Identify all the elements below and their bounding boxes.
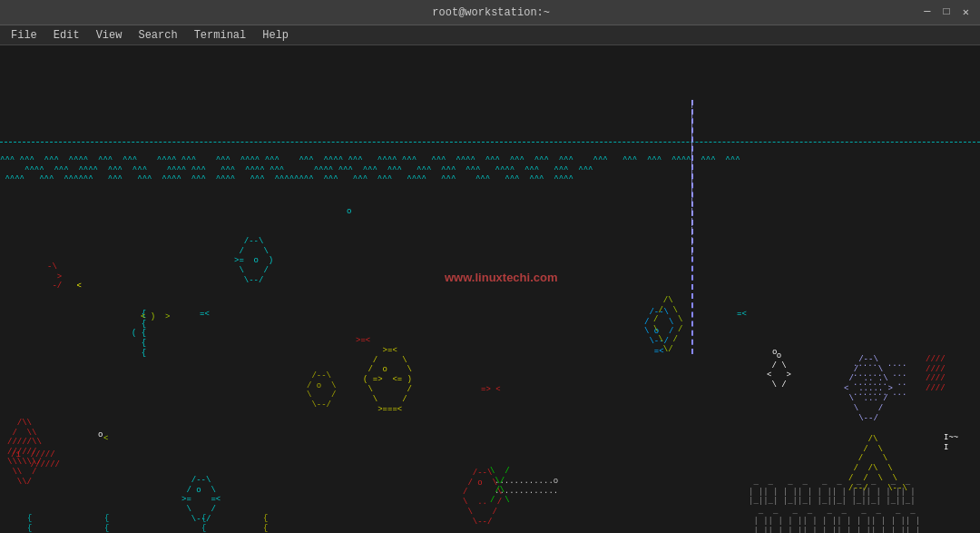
equals-marker-4: => <	[481, 385, 501, 395]
fish-top-dot: o	[347, 207, 351, 217]
maximize-button[interactable]: □	[940, 5, 954, 19]
menu-help[interactable]: Help	[255, 27, 296, 44]
menu-search[interactable]: Search	[131, 27, 184, 44]
slash-deco: /1 ///// //////	[11, 440, 60, 469]
window-controls[interactable]: — □ ✕	[920, 5, 973, 19]
dot-marker-1: o	[98, 430, 103, 440]
window-title: root@workstation:~	[62, 6, 920, 19]
fish-o-marker: o	[772, 348, 777, 358]
fish-center-1: /--\ / \ >= o ) \ / \--/	[234, 227, 273, 286]
fish-small-1: < ) >	[141, 302, 170, 322]
equals-marker-2: =<	[737, 310, 747, 320]
terminal-area[interactable]: www.linuxtechi.com ^^^ ^^^ ^^^ ^^^^ ^^^ …	[0, 45, 980, 533]
menu-file[interactable]: File	[4, 27, 44, 44]
wave-row-1: ^^^ ^^^ ^^^ ^^^^ ^^^ ^^^ ^^^^ ^^^ ^^^ ^^…	[0, 145, 740, 184]
seaweed-bottom-center-2: { { {	[263, 504, 268, 533]
equals-marker-1: =<	[200, 310, 210, 320]
hex-fish-1: /--\ / o \ \ / \--/	[307, 361, 336, 410]
fish-small-right: o / \ < > \ /	[767, 341, 791, 390]
fish-yellowgreen: /\ / \ / \ \ / \ / \/	[653, 286, 682, 355]
dots-pattern: ..... .... ...... ... ....... .. .......…	[853, 350, 906, 399]
title-bar: root@workstation:~ — □ ✕	[0, 0, 980, 25]
seaweed-bottom-center: { { {	[201, 504, 206, 533]
horizontal-divider	[0, 142, 980, 143]
red-seaweed-right: //// //// //// ////	[926, 345, 946, 394]
menu-edit[interactable]: Edit	[46, 27, 87, 44]
close-button[interactable]: ✕	[959, 5, 973, 19]
menu-view[interactable]: View	[89, 27, 130, 44]
menu-terminal[interactable]: Terminal	[187, 27, 254, 44]
vertical-spike: | | | | | | | | | | | | | | | |	[690, 100, 694, 257]
minimize-button[interactable]: —	[920, 5, 934, 19]
watermark-text: www.linuxtechi.com	[445, 271, 557, 284]
equals-marker-3: >=<	[356, 336, 370, 346]
zigzag-center: \ / \/ /\ / \	[490, 457, 510, 506]
mountain-shape: /\ / \ / \ / /\ \ / / \ \ /--/ \--\	[848, 425, 907, 494]
fish-marker-small: <	[103, 434, 108, 444]
seaweed-bottom-left-2: { { {	[104, 504, 109, 533]
tilde-deco-1: I~~ I	[944, 423, 958, 452]
seaweed-bottom-left: { { {	[27, 504, 32, 533]
fish-left-1: -\ > -/ <	[47, 252, 82, 291]
fish-large-center: >=< / \ / o \ ( => <= ) \ / \ / >===<	[363, 336, 412, 414]
menu-bar: File Edit View Search Terminal Help	[0, 25, 980, 45]
